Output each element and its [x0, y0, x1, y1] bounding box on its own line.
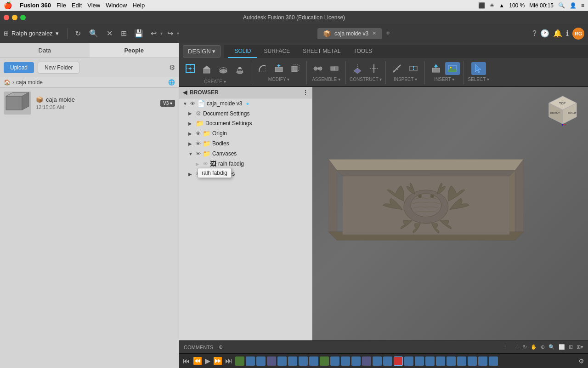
select-btn[interactable] — [471, 62, 486, 75]
expand-icon[interactable]: ▼ — [183, 101, 188, 106]
add-comment-icon[interactable]: ⊕ — [219, 344, 223, 350]
timeline-next-btn[interactable]: ⏩ — [213, 356, 222, 365]
globe-icon[interactable]: 🌐 — [168, 79, 175, 86]
timeline-end-btn[interactable]: ⏭ — [225, 357, 232, 365]
close-panel-button[interactable]: ✕ — [104, 27, 115, 40]
tl-step-22[interactable] — [457, 356, 466, 366]
menu-help[interactable]: Help — [132, 2, 145, 9]
notification-icon[interactable]: 🔔 — [553, 29, 562, 38]
tl-step-15[interactable] — [383, 356, 392, 366]
browser-bodies[interactable]: ▶ 👁 📁 Bodies — [179, 138, 312, 149]
motion-btn[interactable] — [327, 62, 342, 75]
user-icon[interactable]: 👤 — [570, 2, 577, 9]
tl-step-11[interactable] — [341, 356, 350, 366]
info-icon[interactable]: ℹ — [566, 29, 569, 38]
section-btn[interactable] — [406, 62, 421, 75]
tl-step-21[interactable] — [447, 356, 456, 366]
browser-named-views[interactable]: ▶ 📁 Document Settings — [179, 118, 312, 128]
measure-btn[interactable] — [390, 62, 404, 75]
expand-sketches-icon[interactable]: ▶ — [188, 172, 194, 177]
new-tab-button[interactable]: + — [382, 28, 394, 39]
menu-edit[interactable]: Edit — [72, 2, 82, 9]
apple-menu[interactable]: 🍎 — [4, 1, 12, 10]
zoom-icon[interactable]: ⊕ — [541, 344, 545, 350]
minimize-button[interactable] — [12, 15, 17, 20]
settings-icon[interactable]: ⚙ — [169, 63, 175, 72]
breadcrumb-folder[interactable]: caja molde — [16, 79, 43, 86]
browser-root-item[interactable]: ▼ 👁 📄 caja_molde v3 ● — [179, 98, 312, 109]
nav-cube[interactable]: TOP FRONT RIGHT Y X — [547, 94, 579, 126]
expand-origin-icon[interactable]: ▶ — [188, 131, 194, 136]
tab-surface[interactable]: SURFACE — [257, 45, 296, 58]
display-mode-icon[interactable]: ⬜ — [559, 344, 565, 350]
tl-step-17[interactable] — [404, 356, 413, 366]
insert-image-btn[interactable] — [445, 62, 460, 75]
close-button[interactable] — [4, 15, 9, 20]
tl-step-25[interactable] — [489, 356, 498, 366]
timeline-start-btn[interactable]: ⏮ — [183, 357, 190, 365]
app-name[interactable]: Fusion 360 — [20, 2, 51, 9]
redo-button[interactable]: ↪ — [164, 27, 176, 40]
press-pull-btn[interactable] — [271, 62, 286, 75]
zoom-window-icon[interactable]: 🔍 — [548, 344, 555, 350]
eye-icon[interactable]: 👁 — [190, 101, 195, 106]
undo-button[interactable]: ↩ — [148, 27, 159, 40]
viewport[interactable]: ◀ BROWSER ⋮ ▼ 👁 📄 caja_molde v3 ● ▶ ⚙ — [179, 87, 588, 340]
expand-bodies-icon[interactable]: ▶ — [188, 141, 194, 146]
expand-named-views-icon[interactable]: ▶ — [188, 121, 194, 126]
browser-doc-settings[interactable]: ▶ ⚙ Document Settings — [179, 109, 312, 118]
tl-step-8[interactable] — [309, 356, 318, 366]
browser-canvas-item[interactable]: ▶ 👁 🖼 ralh fabdig ralh fabdig — [179, 159, 312, 169]
tl-step-14[interactable] — [373, 356, 382, 366]
new-folder-button[interactable]: New Folder — [38, 62, 79, 74]
move-icon[interactable]: ⊹ — [515, 344, 519, 350]
save-button[interactable]: 💾 — [131, 27, 146, 40]
user-menu[interactable]: ⊞ Ralph gonzalez ▾ — [4, 30, 59, 37]
tl-step-2[interactable] — [246, 356, 255, 366]
plane-btn[interactable] — [350, 62, 365, 75]
joint-btn[interactable] — [311, 62, 325, 75]
version-badge[interactable]: V3 ▾ — [160, 100, 175, 107]
browser-origin[interactable]: ▶ 👁 📁 Origin — [179, 128, 312, 138]
tl-step-6[interactable] — [288, 356, 297, 366]
browser-canvases[interactable]: ▼ 👁 📁 Canvases — [179, 149, 312, 159]
display-settings-icon[interactable]: ⊞▾ — [577, 344, 583, 350]
grid-icon-bar[interactable]: ⊞ — [569, 344, 573, 350]
revolve-btn[interactable] — [216, 63, 231, 76]
tab-people[interactable]: People — [90, 43, 179, 58]
doc-close-icon[interactable]: ✕ — [372, 30, 376, 36]
tl-step-3[interactable] — [256, 356, 266, 366]
orbit-icon[interactable]: ↻ — [523, 344, 527, 350]
tl-step-4[interactable] — [267, 356, 276, 366]
document-tab[interactable]: 📦 caja molde v3 ✕ — [317, 28, 382, 39]
tl-step-20[interactable] — [436, 356, 445, 366]
upload-button[interactable]: Upload — [4, 62, 34, 73]
pan-icon[interactable]: ✋ — [531, 344, 537, 350]
eye-canvases-icon[interactable]: 👁 — [196, 151, 201, 156]
timeline-settings-btn[interactable]: ⚙ — [578, 357, 584, 365]
menu-file[interactable]: File — [57, 2, 66, 9]
browser-collapse-icon[interactable]: ◀ — [183, 89, 187, 96]
file-item[interactable]: 📦 caja molde 12:15:35 AM V3 ▾ — [0, 88, 179, 118]
list-icon[interactable]: ≡ — [581, 2, 584, 9]
tab-data[interactable]: Data — [0, 43, 90, 58]
eye-origin-icon[interactable]: 👁 — [196, 131, 201, 136]
search-icon[interactable]: 🔍 — [558, 2, 565, 9]
extrude-btn[interactable] — [199, 63, 214, 76]
menu-view[interactable]: View — [87, 2, 100, 9]
search-button[interactable]: 🔍 — [86, 27, 101, 40]
combine-btn[interactable] — [288, 62, 303, 75]
insert-mesh-btn[interactable] — [429, 62, 443, 75]
tab-tools[interactable]: TOOLS — [347, 45, 378, 58]
fillet-btn[interactable] — [255, 62, 270, 75]
timeline-prev-btn[interactable]: ⏪ — [193, 356, 202, 365]
avatar[interactable]: RG — [572, 28, 584, 40]
tl-step-23[interactable] — [468, 356, 477, 366]
tl-step-1[interactable] — [235, 356, 244, 366]
axis-btn[interactable] — [367, 62, 381, 75]
maximize-button[interactable] — [20, 15, 26, 20]
tl-step-16[interactable] — [394, 356, 403, 366]
tab-sheet-metal[interactable]: SHEET METAL — [296, 45, 347, 58]
tl-step-5[interactable] — [277, 356, 287, 366]
expand-canvases-icon[interactable]: ▼ — [188, 151, 194, 156]
